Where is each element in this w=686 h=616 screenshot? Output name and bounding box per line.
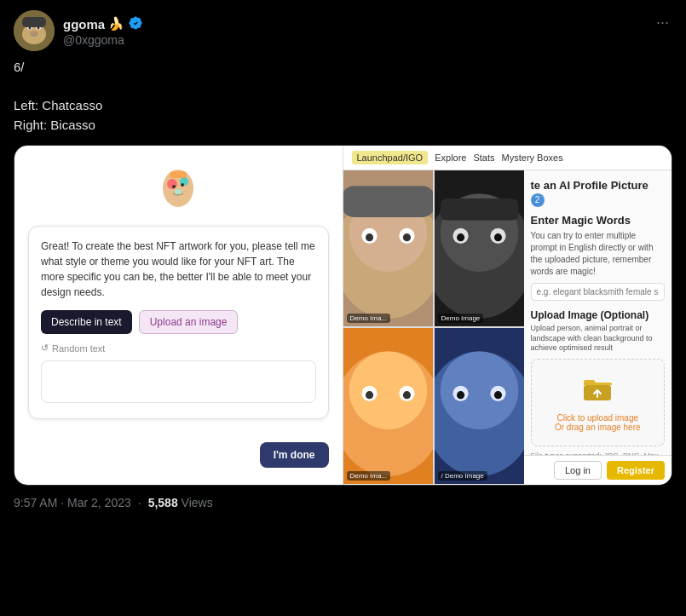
svg-point-44 <box>456 391 464 399</box>
demo-image-grid: Demo Ima... Demo Ima <box>343 170 524 484</box>
tweet-container: ggoma 🍌 @0xggoma ··· 6/ Left: Chatcasso … <box>0 0 686 520</box>
demo-image-4: / Demo Image <box>435 328 524 484</box>
nav-explore[interactable]: Explore <box>435 153 466 163</box>
more-options-button[interactable]: ··· <box>653 10 672 35</box>
tweet-views: 5,588 Views <box>148 496 213 509</box>
svg-point-41 <box>440 351 518 429</box>
banana-emoji: 🍌 <box>108 16 124 32</box>
magic-words-desc: You can try to enter multiple prompt in … <box>531 230 665 278</box>
register-button[interactable]: Register <box>607 461 665 480</box>
tweet-line-1: 6/ <box>14 58 672 78</box>
right-panel-footer: Log in Register <box>524 455 672 485</box>
svg-point-23 <box>402 233 410 241</box>
svg-point-38 <box>402 391 410 399</box>
upload-drag-label: Or drag an image here <box>539 423 657 432</box>
demo-image-1: Demo Ima... <box>343 170 433 326</box>
right-sidebar: te an AI Profile Picture 2 Enter Magic W… <box>524 170 672 484</box>
page-title: te an AI Profile Picture <box>531 179 665 192</box>
im-done-button[interactable]: I'm done <box>260 442 329 468</box>
svg-rect-13 <box>170 171 187 178</box>
chatcasso-dialog: Great! To create the best NFT artwork fo… <box>28 226 329 419</box>
tweet-header: ggoma 🍌 @0xggoma ··· <box>14 10 672 51</box>
random-text-label: Random text <box>52 343 105 354</box>
upload-click-link[interactable]: Click to upload image <box>539 413 657 423</box>
tweet-header-left: ggoma 🍌 @0xggoma <box>14 10 143 51</box>
nav-stats[interactable]: Stats <box>473 153 494 163</box>
svg-point-29 <box>456 233 464 241</box>
tweet-line-2: Left: Chatcasso <box>14 96 672 116</box>
left-chatcasso-panel: Great! To create the best NFT artwork fo… <box>14 146 343 485</box>
nav-launchpad[interactable]: Launchpad/IGO <box>352 151 429 164</box>
username: @0xggoma <box>63 33 143 47</box>
footer-dot: · <box>138 496 141 509</box>
magic-words-title: Enter Magic Words <box>531 214 665 227</box>
tweet-timestamp: 9:57 AM · Mar 2, 2023 <box>14 496 131 509</box>
upload-optional-desc: Upload person, animal portrait or landsc… <box>531 324 665 354</box>
demo-label-3: Demo Ima... <box>347 471 391 481</box>
display-name: ggoma 🍌 <box>63 15 143 33</box>
views-count: 5,588 <box>148 496 178 509</box>
random-text-link[interactable]: ↺ Random text <box>41 343 316 354</box>
tweet-line-3: Right: Bicasso <box>14 116 672 135</box>
svg-rect-31 <box>440 199 518 221</box>
svg-point-45 <box>493 391 501 399</box>
svg-rect-19 <box>343 186 433 217</box>
svg-point-10 <box>167 179 177 189</box>
verified-icon <box>128 15 143 33</box>
svg-rect-8 <box>22 17 46 27</box>
svg-point-15 <box>181 183 184 187</box>
svg-point-14 <box>172 185 176 188</box>
user-info: ggoma 🍌 @0xggoma <box>63 15 143 47</box>
top-nav-bar: Launchpad/IGO Explore Stats Mystery Boxe… <box>343 146 672 170</box>
demo-label-2: Demo Image <box>438 314 484 323</box>
describe-in-text-button[interactable]: Describe in text <box>41 310 132 334</box>
svg-point-34 <box>349 351 427 429</box>
right-panel-content: Demo Ima... Demo Ima <box>343 170 672 484</box>
dialog-text: Great! To create the best NFT artwork fo… <box>41 239 316 300</box>
imagine-textarea[interactable] <box>41 360 316 403</box>
upload-area[interactable]: Click to upload image Or drag an image h… <box>531 359 665 446</box>
nav-mystery[interactable]: Mystery Boxes <box>502 153 563 163</box>
svg-point-37 <box>365 391 372 399</box>
login-button[interactable]: Log in <box>554 461 602 480</box>
demo-label-4: / Demo Image <box>438 471 487 481</box>
avatar[interactable] <box>14 10 55 51</box>
tweet-images: Great! To create the best NFT artwork fo… <box>14 145 672 486</box>
step-number: 2 <box>531 193 545 207</box>
upload-optional-title: Upload Image (Optional) <box>531 309 665 321</box>
chatbot-avatar <box>157 163 199 217</box>
views-label: Views <box>182 496 213 509</box>
magic-words-input[interactable] <box>531 283 665 301</box>
random-icon: ↺ <box>41 343 49 354</box>
right-bicasso-panel: Launchpad/IGO Explore Stats Mystery Boxe… <box>343 146 672 485</box>
upload-image-button[interactable]: Upload an image <box>139 310 239 334</box>
svg-point-22 <box>365 233 372 241</box>
upload-folder-icon <box>539 373 657 410</box>
demo-label-1: Demo Ima... <box>347 314 391 323</box>
dialog-buttons: Describe in text Upload an image <box>41 310 316 334</box>
svg-point-30 <box>493 233 501 241</box>
demo-image-3: Demo Ima... <box>343 328 433 484</box>
tweet-footer: 9:57 AM · Mar 2, 2023 · 5,588 Views <box>14 496 672 509</box>
tweet-text: 6/ Left: Chatcasso Right: Bicasso <box>14 58 672 135</box>
demo-image-2: Demo Image <box>435 170 524 326</box>
